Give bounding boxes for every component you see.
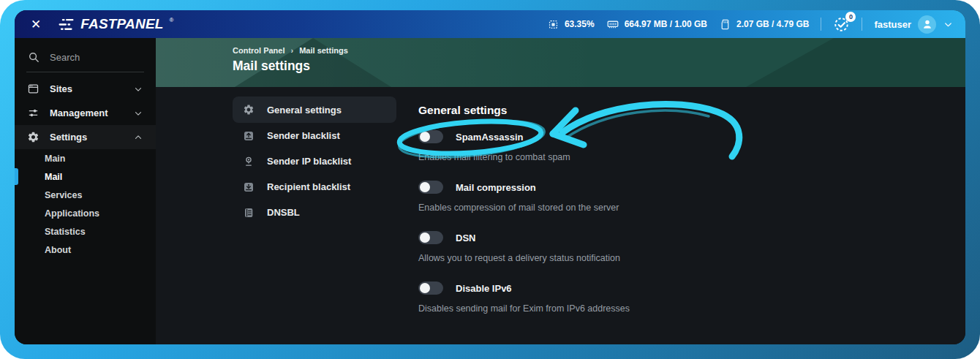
top-bar: ✕ FASTPANEL ® 63.35% 664.97 MB / 1.00 GB…: [15, 10, 965, 38]
subitem-label: Applications: [45, 208, 99, 219]
disk-usage-value: 2.07 GB / 4.79 GB: [736, 19, 809, 29]
breadcrumb-separator: ›: [291, 46, 294, 55]
ram-icon: [606, 18, 619, 31]
toggle-label: Mail compression: [456, 182, 536, 193]
sidebar-search: [26, 47, 144, 72]
breadcrumb-current: Mail settings: [299, 46, 348, 55]
page-header: Control Panel › Mail settings Mail setti…: [156, 38, 965, 87]
disable-ipv6-toggle[interactable]: [418, 281, 443, 295]
username-label: fastuser: [874, 19, 911, 30]
toggle-knob: [420, 233, 430, 243]
search-input[interactable]: [50, 52, 130, 63]
sidebar-item-label: Sites: [50, 83, 72, 94]
dsn-toggle[interactable]: [418, 231, 443, 244]
user-menu[interactable]: fastuser: [874, 15, 954, 34]
menu-item-label: Sender IP blacklist: [267, 156, 351, 167]
sidebar-subitem-mail[interactable]: Mail: [15, 167, 156, 186]
general-settings-panel: General settings SpamAssassin Enables ma…: [418, 97, 828, 314]
menu-item-label: General settings: [267, 105, 342, 116]
subitem-label: Main: [45, 154, 65, 164]
mail-settings-menu: General settings Sender blacklist Sender…: [233, 97, 396, 225]
subitem-label: Mail: [45, 172, 62, 182]
toggle-knob: [420, 132, 430, 142]
registered-mark: ®: [170, 17, 174, 23]
sidebar-item-settings[interactable]: Settings: [15, 125, 156, 149]
divider: [821, 18, 821, 31]
subitem-label: About: [45, 245, 71, 255]
menu-item-label: Sender blacklist: [267, 130, 340, 141]
content-area: General settings Sender blacklist Sender…: [156, 87, 965, 344]
gear-icon: [27, 131, 39, 143]
cpu-icon: [547, 18, 559, 31]
notifications-button[interactable]: 0: [833, 16, 850, 33]
upload-tray-icon: [243, 130, 255, 142]
toggle-description: Allows you to request a delivery status …: [418, 253, 828, 263]
menu-item-general-settings[interactable]: General settings: [233, 97, 396, 123]
person-icon: [921, 18, 934, 31]
toggle-label: SpamAssassin: [456, 132, 524, 143]
chevron-up-icon: [133, 132, 143, 143]
sidebar-subitem-statistics[interactable]: Statistics: [15, 222, 156, 241]
toggle-description: Disables sending mail for Exim from IPv6…: [418, 303, 828, 314]
chevron-down-icon: [133, 84, 143, 94]
sidebar: Sites Management Settings Main Mail Serv…: [15, 38, 156, 344]
list-book-icon: [243, 207, 255, 219]
subitem-label: Statistics: [45, 227, 86, 237]
chevron-down-icon: [943, 19, 954, 30]
menu-item-sender-ip-blacklist[interactable]: Sender IP blacklist: [233, 148, 396, 174]
cpu-usage-value: 63.35%: [565, 19, 595, 29]
gear-icon: [243, 104, 255, 116]
setting-dsn: DSN Allows you to request a delivery sta…: [418, 231, 828, 263]
window-icon: [27, 83, 39, 95]
sidebar-subitem-about[interactable]: About: [15, 241, 156, 259]
close-button[interactable]: ✕: [25, 15, 47, 34]
toggle-description: Enables mail filtering to combat spam: [418, 152, 828, 162]
avatar: [918, 15, 936, 34]
toggle-label: Disable IPv6: [456, 283, 512, 294]
toggle-knob: [420, 283, 430, 293]
setting-spamassassin: SpamAssassin Enables mail filtering to c…: [418, 130, 828, 162]
sidebar-subitem-services[interactable]: Services: [15, 186, 156, 204]
download-tray-icon: [243, 181, 255, 193]
pin-icon: [243, 156, 255, 167]
chevron-down-icon: [133, 108, 143, 118]
sliders-icon: [27, 107, 39, 119]
disk-usage-stat: 2.07 GB / 4.79 GB: [719, 18, 809, 31]
logo-text: FASTPANEL: [80, 16, 163, 32]
sidebar-item-label: Management: [50, 107, 108, 118]
cpu-usage-stat: 63.35%: [547, 18, 595, 31]
toggle-knob: [420, 182, 430, 192]
sidebar-item-management[interactable]: Management: [15, 101, 156, 125]
notification-count-badge: 0: [845, 12, 856, 22]
spamassassin-toggle[interactable]: [418, 130, 443, 143]
toggle-label: DSN: [456, 233, 475, 243]
panel-heading: General settings: [418, 104, 828, 117]
setting-disable-ipv6: Disable IPv6 Disables sending mail for E…: [418, 281, 828, 314]
page-title: Mail settings: [233, 58, 965, 74]
breadcrumb: Control Panel › Mail settings: [233, 46, 965, 55]
mail-compression-toggle[interactable]: [418, 181, 443, 194]
divider: [862, 18, 862, 31]
equalizer-logo-icon: [57, 18, 75, 31]
menu-item-dnsbl[interactable]: DNSBL: [233, 200, 396, 225]
menu-item-label: DNSBL: [267, 207, 300, 218]
menu-item-recipient-blacklist[interactable]: Recipient blacklist: [233, 174, 396, 200]
ram-usage-value: 664.97 MB / 1.00 GB: [625, 19, 707, 29]
toggle-description: Enables compression of mail stored on th…: [418, 203, 828, 213]
breadcrumb-control-panel[interactable]: Control Panel: [233, 46, 285, 55]
fastpanel-app: ✕ FASTPANEL ® 63.35% 664.97 MB / 1.00 GB…: [15, 10, 965, 344]
menu-item-sender-blacklist[interactable]: Sender blacklist: [233, 123, 396, 148]
menu-item-label: Recipient blacklist: [267, 181, 350, 192]
sidebar-item-sites[interactable]: Sites: [15, 77, 156, 101]
ram-usage-stat: 664.97 MB / 1.00 GB: [606, 18, 707, 31]
subitem-label: Services: [45, 190, 82, 200]
sidebar-subitem-main[interactable]: Main: [15, 149, 156, 167]
setting-mail-compression: Mail compression Enables compression of …: [418, 181, 828, 213]
fastpanel-logo[interactable]: FASTPANEL ®: [57, 16, 173, 32]
sidebar-subitem-applications[interactable]: Applications: [15, 204, 156, 222]
search-icon: [28, 51, 40, 64]
disk-icon: [719, 18, 731, 31]
sidebar-item-label: Settings: [50, 132, 87, 143]
